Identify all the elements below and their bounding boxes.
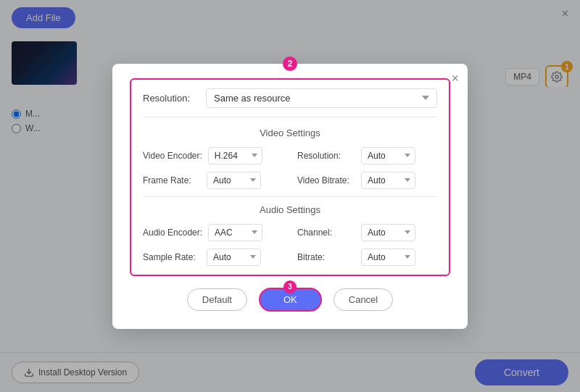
cancel-button[interactable]: Cancel <box>334 288 393 311</box>
channel-row: Channel: Auto <box>297 224 437 241</box>
divider <box>143 196 437 197</box>
settings-modal: 2 × Resolution: Same as resource Video S… <box>112 64 468 329</box>
frame-rate-select[interactable]: Auto <box>207 172 261 189</box>
frame-rate-row: Frame Rate: Auto <box>143 172 283 189</box>
bitrate-row: Bitrate: Auto <box>297 249 437 266</box>
video-encoder-row: Video Encoder: H.264 <box>143 147 283 164</box>
settings-panel: Resolution: Same as resource Video Setti… <box>130 78 450 276</box>
default-button[interactable]: Default <box>187 288 247 311</box>
sample-rate-row: Sample Rate: Auto <box>143 249 283 266</box>
audio-encoder-label: Audio Encoder: <box>143 228 202 238</box>
resolution-select[interactable]: Same as resource <box>206 88 437 108</box>
resolution-right-select[interactable]: Auto <box>361 147 415 164</box>
resolution-right-label: Resolution: <box>297 151 355 161</box>
video-bitrate-label: Video Bitrate: <box>297 175 355 185</box>
modal-buttons: 3 Default OK Cancel <box>130 288 450 312</box>
video-settings-grid: Video Encoder: H.264 Resolution: Auto Fr… <box>143 147 437 189</box>
video-bitrate-row: Video Bitrate: Auto <box>297 172 437 189</box>
badge-3: 3 <box>283 280 297 293</box>
resolution-right-row: Resolution: Auto <box>297 147 437 164</box>
video-bitrate-select[interactable]: Auto <box>361 172 415 189</box>
video-settings-heading: Video Settings <box>143 128 437 138</box>
frame-rate-label: Frame Rate: <box>143 175 201 185</box>
video-encoder-label: Video Encoder: <box>143 151 202 161</box>
audio-encoder-row: Audio Encoder: AAC <box>143 224 283 241</box>
channel-label: Channel: <box>297 228 355 238</box>
resolution-label: Resolution: <box>143 93 197 104</box>
app-container: Add File × MP4 1 M... W... <box>0 0 580 392</box>
bitrate-label: Bitrate: <box>297 252 355 262</box>
modal-close-button[interactable]: × <box>451 71 459 86</box>
audio-encoder-select[interactable]: AAC <box>208 224 262 241</box>
bitrate-select[interactable]: Auto <box>361 249 415 266</box>
sample-rate-label: Sample Rate: <box>143 252 201 262</box>
channel-select[interactable]: Auto <box>361 224 415 241</box>
audio-settings-grid: Audio Encoder: AAC Channel: Auto Sample … <box>143 224 437 266</box>
sample-rate-select[interactable]: Auto <box>207 249 261 266</box>
audio-settings-heading: Audio Settings <box>143 204 437 215</box>
modal-overlay: 2 × Resolution: Same as resource Video S… <box>0 0 580 392</box>
video-encoder-select[interactable]: H.264 <box>208 147 262 164</box>
resolution-row: Resolution: Same as resource <box>143 88 437 117</box>
modal-badge-2: 2 <box>283 57 297 71</box>
